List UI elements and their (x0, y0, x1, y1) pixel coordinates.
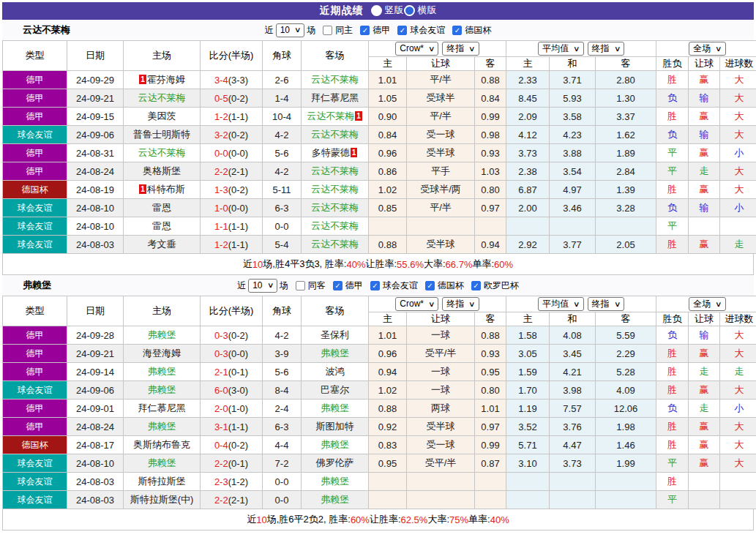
result-goals: 大 (720, 181, 756, 199)
chevron-down-icon: ∨ (715, 301, 722, 308)
summary-text: 40% (346, 259, 365, 270)
result-handicap: 走 (689, 363, 720, 381)
away-team-name: 云达不莱梅 (311, 239, 359, 250)
select-value: 全场 (693, 43, 711, 54)
avg-draw-odds: 3.98 (550, 381, 596, 400)
away-team: 云达不莱梅 (302, 217, 369, 236)
league-filter-checkbox[interactable]: ✓ (397, 26, 407, 35)
avg-draw-odds: 3.71 (550, 71, 596, 89)
handicap-line (407, 473, 475, 491)
period-select[interactable]: 全场∨ (689, 297, 725, 311)
team-name: 弗赖堡 (23, 279, 51, 292)
chevron-down-icon: ∨ (573, 45, 580, 53)
fulltime-score: 2-0 (214, 403, 228, 414)
avg-away-odds: 2.84 (596, 162, 656, 181)
radio-icon[interactable] (371, 5, 382, 16)
avg-draw-odds: 4.21 (550, 363, 596, 381)
summary-text: 60% (351, 514, 370, 525)
match-count-select[interactable]: 10∨ (276, 23, 305, 37)
handicap-line: 平/半 (407, 108, 475, 126)
league-filter-label: 德甲 (373, 24, 390, 37)
league-filter-checkbox[interactable]: ✓ (452, 26, 462, 35)
league-filter-checkbox[interactable]: ✓ (471, 281, 481, 290)
match-date: 24-08-24 (67, 418, 124, 436)
match-row: 德甲24-09-01拜仁慕尼黑2-0(1-0)2-4弗赖堡0.88两球1.011… (3, 400, 756, 418)
avg-draw-odds: 3.77 (550, 236, 596, 254)
corners: 0-0 (263, 473, 302, 491)
league-badge: 球会友谊 (3, 236, 67, 254)
handicap-home-odds (369, 491, 407, 509)
column-subheader: 主 (506, 312, 550, 326)
corners: 5-6 (263, 144, 302, 162)
result-handicap: 走 (689, 162, 720, 181)
league-filter-checkbox[interactable]: ✓ (370, 281, 380, 290)
corners: 2-6 (263, 71, 302, 89)
chevron-down-icon: ∨ (468, 45, 476, 53)
result-group-header: 全场∨ (656, 41, 756, 57)
radio-icon[interactable] (404, 5, 415, 16)
match-score: 0-3(0-2) (201, 326, 263, 345)
avg-source-select[interactable]: 平均值∨ (538, 42, 583, 56)
games-label: 场 (307, 24, 315, 37)
result-handicap: 赢 (689, 454, 720, 473)
match-count-select[interactable]: 10∨ (248, 279, 277, 293)
result-goals: 大 (720, 126, 756, 144)
home-team: 海登海姆 (124, 345, 201, 363)
same-venue-checkbox[interactable] (323, 26, 332, 35)
column-subheader: 进球数 (720, 57, 756, 71)
bookmaker-select[interactable]: Crow*∨ (395, 297, 438, 311)
match-date: 24-09-21 (67, 345, 124, 363)
league-filter-checkbox[interactable]: ✓ (333, 281, 343, 290)
results-table: 类型日期主场比分(半场)角球客场Crow*∨终指∨平均值∨终指∨全场∨主让球客主… (2, 40, 756, 254)
avg-time-select[interactable]: 终指∨ (588, 42, 624, 56)
league-filter-checkbox[interactable]: ✓ (360, 26, 370, 35)
title-bar: 近期战绩 竖版横版 (2, 2, 754, 20)
match-date: 24-09-15 (67, 108, 124, 126)
bookmaker-select[interactable]: Crow*∨ (395, 42, 438, 56)
handicap-away-odds: 0.93 (475, 144, 506, 162)
avg-source-select[interactable]: 平均值∨ (538, 297, 583, 311)
avg-draw-odds: 3.73 (550, 454, 596, 473)
summary-text: 近 (247, 513, 256, 526)
column-subheader: 和 (550, 57, 596, 71)
handicap-away-odds: 0.94 (475, 236, 506, 254)
handicap-line: 一球 (407, 363, 475, 381)
odds-time-select[interactable]: 终指∨ (442, 42, 479, 56)
same-venue-checkbox[interactable] (296, 281, 305, 290)
away-team-name: 弗赖堡 (321, 476, 349, 487)
match-date: 24-09-06 (67, 126, 124, 144)
avg-away-odds: 4.09 (596, 381, 656, 400)
league-badge: 德甲 (3, 326, 67, 345)
same-venue-label: 同客 (308, 280, 326, 292)
chevron-down-icon: ∨ (573, 301, 580, 308)
league-filter-label: 德国杯 (465, 24, 491, 37)
league-badge: 德甲 (3, 418, 67, 436)
layout-radio-option[interactable]: 横版 (404, 4, 437, 17)
odds-time-select[interactable]: 终指∨ (442, 297, 479, 311)
league-badge: 德甲 (3, 108, 67, 126)
league-badge: 球会友谊 (3, 126, 67, 144)
fulltime-score: 3-1 (214, 421, 228, 432)
avg-selects: 平均值∨终指∨ (506, 297, 656, 311)
avg-time-select[interactable]: 终指∨ (588, 297, 624, 311)
league-filter-checkbox[interactable]: ✓ (425, 281, 435, 290)
chevron-down-icon: ∨ (468, 301, 476, 308)
column-header: 主场 (124, 41, 201, 71)
avg-home-odds: 5.71 (506, 436, 550, 454)
away-team: 弗赖堡 (302, 436, 369, 454)
handicap-home-odds: 1.01 (369, 326, 407, 345)
period-select[interactable]: 全场∨ (689, 42, 725, 56)
avg-away-odds: 1.46 (596, 436, 656, 454)
away-team: 巴塞尔 (302, 381, 369, 400)
match-score: 2-1(0-1) (201, 363, 263, 381)
corners: 4-2 (263, 126, 302, 144)
handicap-home-odds: 1.02 (369, 181, 407, 199)
layout-radio-option[interactable]: 竖版 (371, 4, 404, 17)
result-handicap (689, 491, 720, 509)
avg-draw-odds: 4.08 (550, 326, 596, 345)
result-handicap: 赢 (689, 144, 720, 162)
home-team: 雷恩 (124, 199, 201, 217)
halftime-score: (1-2) (228, 476, 248, 487)
chevron-down-icon: ∨ (715, 45, 722, 53)
home-team: 弗赖堡 (124, 454, 201, 473)
